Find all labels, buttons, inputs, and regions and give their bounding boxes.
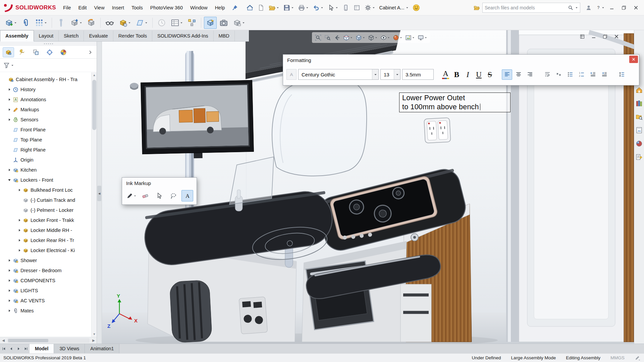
previous-view-button[interactable] bbox=[332, 33, 341, 42]
exploded-view-button[interactable] bbox=[185, 17, 198, 29]
tree-item-markups[interactable]: Markups bbox=[0, 105, 91, 115]
hide-show-button[interactable] bbox=[379, 33, 391, 42]
tree-item-locker-front-trakk[interactable]: Locker Front - Trakk bbox=[0, 215, 91, 225]
panel-collapse-handle[interactable]: ◀ bbox=[97, 186, 101, 201]
bullets-button[interactable] bbox=[565, 69, 575, 80]
tree-item-right-plane[interactable]: Right Plane bbox=[0, 145, 91, 155]
tree-item-kitchen[interactable]: Kitchen bbox=[0, 165, 91, 175]
font-family-dropdown-icon[interactable] bbox=[372, 69, 378, 79]
search-icon[interactable] bbox=[568, 5, 573, 10]
lasso-button[interactable] bbox=[167, 190, 179, 201]
dimxpertmanager-tab[interactable] bbox=[44, 47, 55, 57]
sheet-tab-model[interactable]: Model bbox=[30, 344, 54, 353]
scroll-left-icon[interactable]: ◀ bbox=[0, 337, 7, 344]
doc-restore-button[interactable] bbox=[601, 33, 609, 40]
snapshot-button[interactable] bbox=[217, 17, 230, 29]
panel-grip[interactable] bbox=[0, 42, 97, 46]
help-button[interactable]: ? bbox=[594, 0, 606, 15]
indent-button[interactable] bbox=[599, 69, 609, 80]
markup-tools-icon[interactable] bbox=[635, 355, 641, 361]
rotate-component-button[interactable] bbox=[85, 17, 98, 29]
nav-next-button[interactable] bbox=[15, 344, 22, 353]
tree-item-lights[interactable]: LIGHTS bbox=[0, 286, 91, 296]
window-close-button[interactable] bbox=[630, 0, 642, 15]
gear-button[interactable] bbox=[363, 2, 376, 13]
mobile-button[interactable] bbox=[341, 2, 351, 13]
doc-close-button[interactable] bbox=[612, 33, 621, 40]
scroll-right-icon[interactable]: ▶ bbox=[90, 337, 97, 344]
align-left-button[interactable] bbox=[502, 69, 512, 80]
open-button[interactable] bbox=[267, 2, 280, 13]
model-drawer-unit[interactable] bbox=[400, 284, 431, 342]
scroll-down-icon[interactable]: ▼ bbox=[92, 331, 97, 337]
align-right-button[interactable] bbox=[525, 69, 535, 80]
tree-item-curtain-track-and[interactable]: (-) Curtain Track and bbox=[0, 195, 91, 205]
print-button[interactable] bbox=[297, 2, 310, 13]
tree-item-locker-middle-rh[interactable]: Locker Middle RH - bbox=[0, 225, 91, 235]
tree-item-top-plane[interactable]: Top Plane bbox=[0, 135, 91, 145]
large-assembly-button[interactable] bbox=[231, 17, 247, 29]
reference-geometry-button[interactable] bbox=[133, 17, 150, 29]
menu-item-file[interactable]: File bbox=[59, 0, 74, 15]
formatting-close-button[interactable] bbox=[629, 56, 638, 63]
mate-button[interactable] bbox=[19, 17, 32, 29]
numbering-button[interactable]: 12 bbox=[576, 69, 587, 80]
new-doc-button[interactable] bbox=[256, 2, 266, 13]
section-view-button[interactable] bbox=[342, 33, 354, 42]
nav-last-button[interactable] bbox=[22, 344, 30, 353]
smiley-feedback-button[interactable] bbox=[411, 2, 421, 13]
instant3d-button[interactable] bbox=[204, 17, 217, 29]
pin-button[interactable] bbox=[228, 5, 241, 11]
tree-item-cabinet-assembly-rh-tra[interactable]: Cabinet Assembly - RH - Tra bbox=[0, 74, 91, 84]
tree-item-annotations[interactable]: AAnnotations bbox=[0, 95, 91, 105]
underline-button[interactable]: U bbox=[473, 68, 484, 81]
tab-render-tools[interactable]: Render Tools bbox=[113, 31, 152, 41]
text-wrap-button[interactable] bbox=[542, 69, 552, 80]
tree-item-sensors[interactable]: Sensors bbox=[0, 115, 91, 125]
home-button[interactable] bbox=[245, 2, 255, 13]
align-center-button[interactable] bbox=[513, 69, 524, 80]
tree-item-ac-vents[interactable]: AC VENTS bbox=[0, 296, 91, 306]
move-component-button[interactable] bbox=[68, 17, 84, 29]
menu-item-photoview-360[interactable]: PhotoView 360 bbox=[147, 0, 186, 15]
hscroll-thumb[interactable] bbox=[8, 339, 48, 342]
search-dropdown-icon[interactable] bbox=[575, 6, 578, 9]
save-button[interactable] bbox=[282, 2, 295, 13]
tree-item-pelment-locker[interactable]: (-) Pelment - Locker bbox=[0, 205, 91, 215]
font-color-button[interactable]: A bbox=[440, 68, 451, 81]
sheet-button[interactable] bbox=[352, 2, 362, 13]
text-height-field[interactable]: 3.5mm bbox=[402, 69, 434, 80]
featuremanager-tab[interactable] bbox=[3, 47, 14, 57]
assembly-features-button[interactable] bbox=[117, 17, 133, 29]
tree-item-locker-electrical-ki[interactable]: Locker Electrical - Ki bbox=[0, 245, 91, 255]
component-pattern-button[interactable] bbox=[33, 17, 49, 29]
bold-button[interactable]: B bbox=[451, 68, 462, 81]
apply-scene-button[interactable] bbox=[404, 33, 416, 42]
italic-button[interactable]: I bbox=[462, 68, 473, 81]
select-button[interactable] bbox=[326, 2, 339, 13]
sheet-tab-animation1[interactable]: Animation1 bbox=[85, 344, 119, 353]
display-style-button[interactable] bbox=[367, 33, 379, 42]
tree-item-history[interactable]: History bbox=[0, 84, 91, 95]
menu-item-edit[interactable]: Edit bbox=[74, 0, 90, 15]
displaymanager-tab[interactable] bbox=[58, 47, 69, 57]
select-arrow-button[interactable] bbox=[154, 190, 165, 201]
view-orientation-button[interactable] bbox=[354, 33, 366, 42]
panel-flyout-button[interactable] bbox=[87, 50, 94, 55]
tree-item-dresser-bedroom[interactable]: Dresser - Bedroom bbox=[0, 265, 91, 276]
zoom-area-button[interactable] bbox=[323, 33, 332, 42]
line-spacing-button[interactable] bbox=[616, 69, 627, 80]
doc-minimize-button[interactable] bbox=[590, 33, 598, 40]
tree-horizontal-scrollbar[interactable]: ◀ ▶ bbox=[0, 337, 97, 344]
font-size-dropdown-icon[interactable] bbox=[394, 69, 400, 79]
pen-button[interactable] bbox=[125, 190, 137, 201]
tab-solidworks-add-ins[interactable]: SOLIDWORKS Add-Ins bbox=[152, 31, 214, 41]
smart-fasteners-button[interactable] bbox=[55, 17, 67, 29]
scrollbar-thumb[interactable] bbox=[92, 80, 96, 130]
bom-button[interactable] bbox=[169, 17, 185, 29]
tree-item-locker-rear-rh-tr[interactable]: Locker Rear RH - Tr bbox=[0, 235, 91, 245]
tree-item-bulkhead-front-loc[interactable]: Bulkhead Front Loc bbox=[0, 185, 91, 195]
model-tv[interactable] bbox=[141, 80, 254, 159]
window-minimize-button[interactable] bbox=[606, 0, 618, 15]
menu-item-window[interactable]: Window bbox=[186, 0, 211, 15]
